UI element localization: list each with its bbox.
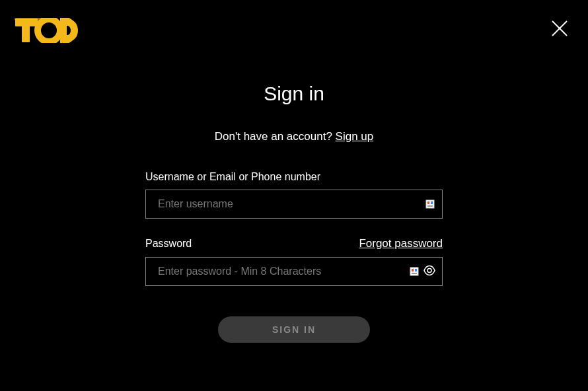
svg-rect-9 bbox=[415, 269, 417, 271]
svg-point-0 bbox=[38, 19, 60, 42]
svg-rect-8 bbox=[412, 269, 414, 271]
svg-rect-6 bbox=[427, 205, 433, 207]
password-label: Password bbox=[145, 238, 192, 250]
forgot-password-link[interactable]: Forgot password bbox=[359, 237, 443, 250]
brand-logo bbox=[15, 18, 79, 46]
username-label: Username or Email or Phone number bbox=[145, 171, 320, 183]
username-field-group: Username or Email or Phone number bbox=[145, 171, 443, 219]
svg-rect-7 bbox=[410, 267, 418, 275]
svg-point-11 bbox=[427, 269, 431, 273]
svg-rect-10 bbox=[412, 273, 417, 274]
svg-rect-4 bbox=[427, 201, 429, 204]
password-field-group: Password Forgot password bbox=[145, 237, 443, 286]
autofill-badge-icon bbox=[410, 267, 419, 276]
page-title: Sign in bbox=[145, 83, 443, 105]
toggle-password-visibility-button[interactable] bbox=[423, 264, 436, 279]
username-input[interactable] bbox=[145, 190, 443, 219]
password-input[interactable] bbox=[145, 257, 443, 286]
signin-button[interactable]: SIGN IN bbox=[218, 316, 370, 343]
close-button[interactable] bbox=[551, 20, 568, 39]
svg-rect-3 bbox=[426, 200, 434, 208]
eye-icon bbox=[423, 264, 436, 277]
signin-form: Sign in Don't have an account? Sign up U… bbox=[145, 83, 443, 343]
signup-link[interactable]: Sign up bbox=[336, 130, 374, 143]
signup-prompt-text: Don't have an account? bbox=[215, 130, 336, 143]
signup-prompt: Don't have an account? Sign up bbox=[145, 130, 443, 143]
svg-rect-5 bbox=[431, 201, 433, 204]
close-icon bbox=[551, 20, 568, 37]
autofill-badge-icon bbox=[425, 199, 435, 209]
